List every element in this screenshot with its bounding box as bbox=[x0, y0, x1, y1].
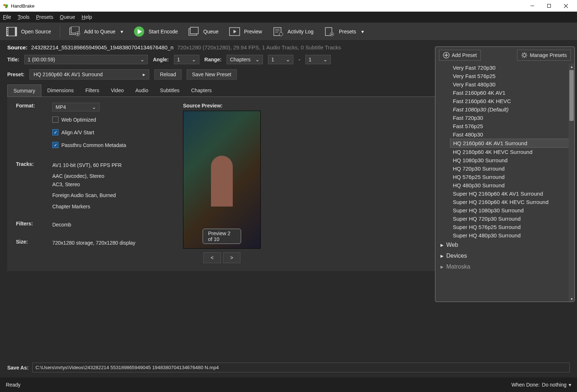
preset-item[interactable]: Super HQ 2160p60 4K HEVC Surround bbox=[450, 198, 572, 206]
queue-label: Queue bbox=[203, 29, 219, 34]
preset-item[interactable]: Super HQ 1080p30 Surround bbox=[450, 206, 572, 215]
menu-help[interactable]: Help bbox=[82, 14, 92, 20]
tab-subtitles[interactable]: Subtitles bbox=[154, 85, 186, 97]
preset-item[interactable]: HQ 2160p60 4K HEVC Surround bbox=[450, 148, 572, 156]
preset-panel-header: Add Preset Manage Presets bbox=[435, 47, 574, 64]
align-av-label: Align A/V Start bbox=[61, 130, 94, 135]
title-select[interactable]: 1 (00:00:59) ⌄ bbox=[24, 55, 148, 64]
when-done-dropdown[interactable]: When Done: Do nothing ▾ bbox=[511, 382, 571, 388]
range-to-select[interactable]: 1 ⌄ bbox=[305, 55, 331, 64]
add-to-queue-label: Add to Queue bbox=[84, 29, 115, 34]
preset-item[interactable]: Very Fast 576p25 bbox=[450, 72, 572, 80]
preset-select[interactable]: HQ 2160p60 4K AV1 Surround ▸ bbox=[29, 69, 149, 79]
preset-item[interactable]: Very Fast 720p30 bbox=[450, 64, 572, 72]
web-optimized-row[interactable]: Web Optimized bbox=[52, 117, 161, 123]
range-from-select[interactable]: 1 ⌄ bbox=[268, 55, 293, 64]
preset-item[interactable]: Super HQ 480p30 Surround bbox=[450, 231, 572, 240]
preset-item[interactable]: Fast 2160p60 4K AV1 bbox=[450, 89, 572, 97]
tab-filters[interactable]: Filters bbox=[80, 85, 105, 97]
minimize-button[interactable] bbox=[524, 0, 541, 12]
chevron-down-icon: ⌄ bbox=[140, 57, 145, 62]
manage-presets-button[interactable]: Manage Presets bbox=[517, 50, 571, 61]
preset-item[interactable]: Super HQ 2160p60 4K AV1 Surround bbox=[450, 189, 572, 198]
activity-log-button[interactable]: Activity Log bbox=[269, 24, 317, 39]
angle-select[interactable]: 1 ⌄ bbox=[174, 55, 199, 64]
preset-item[interactable]: Super HQ 576p25 Surround bbox=[450, 223, 572, 231]
preset-item[interactable]: HQ 720p30 Surround bbox=[450, 164, 572, 173]
preset-category-matroska[interactable]: ▶Matroska bbox=[435, 261, 574, 272]
titlebar: HandBrake bbox=[0, 0, 577, 12]
title-value: 1 (00:00:59) bbox=[28, 57, 55, 62]
range-type-select[interactable]: Chapters ⌄ bbox=[227, 55, 263, 64]
presets-icon bbox=[324, 26, 335, 37]
open-source-button[interactable]: Open Source bbox=[3, 24, 54, 39]
tab-summary[interactable]: Summary bbox=[7, 85, 41, 97]
preset-category-devices[interactable]: ▶Devices bbox=[435, 250, 574, 261]
tab-audio[interactable]: Audio bbox=[130, 85, 154, 97]
preview-prev-button[interactable]: < bbox=[203, 252, 221, 263]
preset-item[interactable]: Fast 2160p60 4K HEVC bbox=[450, 97, 572, 105]
app-title: HandBrake bbox=[11, 3, 524, 9]
preset-list-scroll[interactable]: Very Fast 720p30Very Fast 576p25Very Fas… bbox=[435, 64, 574, 302]
save-as-input[interactable] bbox=[32, 363, 570, 372]
preset-item[interactable]: HQ 1080p30 Surround bbox=[450, 156, 572, 164]
align-av-row[interactable]: Align A/V Start bbox=[52, 129, 161, 135]
filters-label: Filters: bbox=[16, 221, 45, 226]
scrollbar-down-icon[interactable]: ▾ bbox=[569, 296, 574, 302]
svg-rect-2 bbox=[5, 7, 7, 8]
web-optimized-checkbox[interactable] bbox=[52, 117, 58, 123]
play-icon bbox=[133, 26, 145, 37]
tab-video[interactable]: Video bbox=[105, 85, 130, 97]
preset-item[interactable]: Fast 480p30 bbox=[450, 130, 572, 139]
preset-item[interactable]: Very Fast 480p30 bbox=[450, 80, 572, 89]
tab-dimensions[interactable]: Dimensions bbox=[41, 85, 80, 97]
maximize-button[interactable] bbox=[541, 0, 557, 12]
preset-item[interactable]: HQ 2160p60 4K AV1 Surround bbox=[450, 139, 572, 148]
save-as-label: Save As: bbox=[7, 365, 29, 371]
format-value: MP4 bbox=[56, 104, 66, 110]
preset-item[interactable]: HQ 576p25 Surround bbox=[450, 173, 572, 181]
preset-item[interactable]: HQ 480p30 Surround bbox=[450, 181, 572, 189]
tab-chapters[interactable]: Chapters bbox=[185, 85, 218, 97]
scrollbar-thumb[interactable] bbox=[569, 70, 574, 121]
queue-button[interactable]: Queue bbox=[185, 24, 222, 39]
passthru-row[interactable]: Passthru Common Metadata bbox=[52, 142, 161, 148]
preset-item[interactable]: Fast 1080p30 (Default) bbox=[450, 105, 572, 114]
scrollbar[interactable]: ▴ ▾ bbox=[569, 64, 574, 302]
svg-rect-11 bbox=[7, 30, 8, 31]
chevron-down-icon: ⌄ bbox=[92, 104, 96, 110]
preset-item[interactable]: Fast 576p25 bbox=[450, 122, 572, 130]
menu-presets[interactable]: Presets bbox=[36, 14, 53, 20]
scrollbar-up-icon[interactable]: ▴ bbox=[569, 64, 574, 69]
range-dash: - bbox=[298, 57, 300, 62]
svg-point-29 bbox=[279, 32, 283, 36]
preset-item[interactable]: Super HQ 720p30 Surround bbox=[450, 215, 572, 223]
range-to-value: 1 bbox=[309, 57, 312, 62]
summary-left: Format: MP4 ⌄ Web Optimized Align A/V St… bbox=[16, 103, 161, 265]
svg-point-32 bbox=[331, 33, 333, 35]
svg-rect-12 bbox=[7, 32, 8, 33]
preview-next-button[interactable]: > bbox=[223, 252, 240, 263]
preset-item[interactable]: Fast 720p30 bbox=[450, 114, 572, 122]
reload-button[interactable]: Reload bbox=[154, 69, 181, 79]
add-preset-button[interactable]: Add Preset bbox=[439, 50, 481, 61]
passthru-checkbox[interactable] bbox=[52, 142, 58, 148]
chevron-down-icon: ▾ bbox=[569, 382, 571, 388]
app-icon bbox=[3, 3, 9, 9]
tracks-label: Tracks: bbox=[16, 161, 45, 167]
close-button[interactable] bbox=[557, 0, 574, 12]
menu-queue[interactable]: Queue bbox=[60, 14, 75, 20]
start-encode-button[interactable]: Start Encode bbox=[130, 24, 181, 39]
presets-button[interactable]: Presets ▾ bbox=[321, 24, 366, 39]
tracks-value: AV1 10-bit (SVT), 60 FPS PFR AAC (avcode… bbox=[52, 161, 161, 211]
angle-label: Angle: bbox=[153, 57, 169, 62]
preset-category-web[interactable]: ▶Web bbox=[435, 240, 574, 250]
align-av-checkbox[interactable] bbox=[52, 129, 58, 135]
save-new-preset-button[interactable]: Save New Preset bbox=[187, 69, 237, 79]
menu-tools[interactable]: Tools bbox=[18, 14, 30, 20]
menu-file[interactable]: File bbox=[3, 14, 11, 20]
add-to-queue-button[interactable]: Add to Queue ▾ bbox=[66, 24, 126, 39]
preview-button[interactable]: Preview bbox=[226, 24, 265, 39]
manage-presets-label: Manage Presets bbox=[530, 52, 567, 58]
format-select[interactable]: MP4 ⌄ bbox=[52, 103, 99, 111]
